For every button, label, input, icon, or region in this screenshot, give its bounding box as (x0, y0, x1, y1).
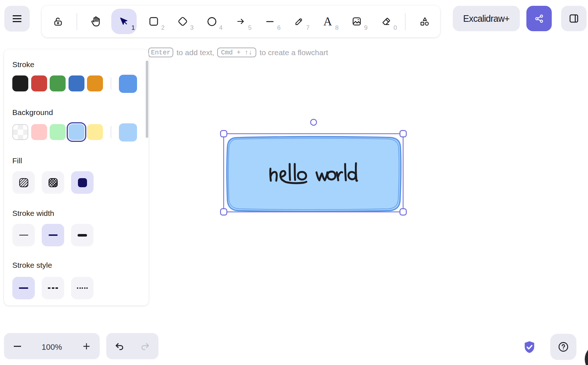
svg-text:A: A (323, 16, 332, 27)
